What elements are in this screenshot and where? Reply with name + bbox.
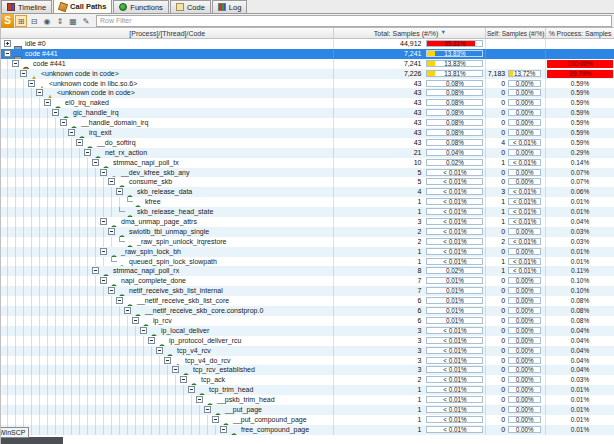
collapse-icon[interactable] bbox=[100, 169, 107, 176]
function-icon bbox=[110, 277, 118, 285]
collapse-icon[interactable] bbox=[108, 178, 115, 185]
tab-call-paths[interactable]: Call Paths bbox=[53, 0, 112, 13]
call-tree-row[interactable]: netif_receive_skb_list_internal70.01%00.… bbox=[1, 286, 614, 296]
call-tree-row[interactable]: code #4417,24113.83%100.00% bbox=[1, 59, 614, 69]
column-header-process-samples[interactable]: % Process: Samples bbox=[546, 28, 614, 38]
call-tree-row[interactable]: __do_softirq430.08%4< 0.01%0.59% bbox=[1, 138, 614, 148]
call-tree-row[interactable]: tcp_rcv_established3< 0.01%00.00%0.04% bbox=[1, 365, 614, 375]
call-tree-row[interactable]: tcp_v4_do_rcv3< 0.01%00.00%0.04% bbox=[1, 356, 614, 366]
call-tree-row[interactable]: tcp_ack2< 0.01%00.00%0.03% bbox=[1, 375, 614, 385]
collapse-all-button[interactable]: ⊟ bbox=[28, 15, 40, 27]
call-tree-row[interactable]: queued_spin_lock_slowpath1< 0.01%1< 0.01… bbox=[1, 257, 614, 267]
call-tree-row[interactable]: __netif_receive_skb_core.constprop.060.0… bbox=[1, 306, 614, 316]
collapse-icon[interactable] bbox=[116, 297, 123, 304]
collapse-icon[interactable] bbox=[188, 386, 195, 393]
collapse-icon[interactable] bbox=[36, 89, 43, 96]
call-tree-row[interactable]: tcp_trim_head1< 0.01%00.00%0.01% bbox=[1, 385, 614, 395]
call-tree-row[interactable]: napi_complete_done70.01%00.00%0.10% bbox=[1, 276, 614, 286]
tree-guide-line bbox=[31, 168, 32, 178]
collapse-icon[interactable] bbox=[92, 267, 99, 274]
collapse-icon[interactable] bbox=[148, 337, 155, 344]
column-header-code[interactable]: [Process]/[Thread]/Code bbox=[1, 28, 334, 38]
collapse-icon[interactable] bbox=[180, 376, 187, 383]
collapse-icon[interactable] bbox=[100, 218, 107, 225]
collapse-icon[interactable] bbox=[28, 80, 35, 87]
call-tree-row[interactable]: code #4417,24113.83% bbox=[1, 49, 614, 59]
call-tree-row[interactable]: idle #044,91285.81% bbox=[1, 39, 614, 49]
call-tree-row[interactable]: __put_compound_page1< 0.01%00.00%0.01% bbox=[1, 415, 614, 425]
call-tree-row[interactable]: irq_exit430.08%00.00%0.59% bbox=[1, 128, 614, 138]
call-tree-row[interactable]: el0_irq_naked430.08%00.00%0.59% bbox=[1, 98, 614, 108]
call-tree-row[interactable]: ip_local_deliver3< 0.01%00.00%0.04% bbox=[1, 326, 614, 336]
call-tree-row[interactable]: <unknown code in libc.so.6>430.08%00.00%… bbox=[1, 79, 614, 89]
collapse-icon[interactable] bbox=[108, 287, 115, 294]
tab-functions[interactable]: Functions bbox=[113, 0, 169, 13]
collapse-icon[interactable] bbox=[60, 119, 67, 126]
tree-guide-line bbox=[15, 326, 16, 336]
call-tree-row[interactable]: gic_handle_irq430.08%00.00%0.59% bbox=[1, 108, 614, 118]
call-tree-row[interactable]: stmmac_napi_poll_rx80.02%1< 0.01%0.11% bbox=[1, 266, 614, 276]
collapse-icon[interactable] bbox=[68, 129, 75, 136]
call-tree-row[interactable]: __put_page1< 0.01%00.00%0.01% bbox=[1, 405, 614, 415]
column-header-self-samples[interactable]: Self: Samples (#/%) bbox=[486, 28, 546, 38]
view-options-button[interactable]: ◉ bbox=[41, 15, 53, 27]
collapse-icon[interactable] bbox=[76, 139, 83, 146]
call-tree-row[interactable]: consume_skb5< 0.01%00.00%0.07% bbox=[1, 177, 614, 187]
collapse-icon[interactable] bbox=[124, 307, 131, 314]
call-tree-row[interactable]: skb_release_data4< 0.01%3< 0.01%0.06% bbox=[1, 187, 614, 197]
columns-button[interactable]: ▦ bbox=[67, 15, 79, 27]
expand-all-button[interactable]: ⊞ bbox=[15, 15, 27, 27]
call-tree-row[interactable]: dma_unmap_page_attrs3< 0.01%1< 0.01%0.04… bbox=[1, 217, 614, 227]
call-tree-row[interactable]: ip_rcv60.01%00.00%0.08% bbox=[1, 316, 614, 326]
collapse-icon[interactable] bbox=[44, 99, 51, 106]
call-tree-row[interactable]: ip_protocol_deliver_rcu3< 0.01%00.00%0.0… bbox=[1, 336, 614, 346]
self-samples-cell: 00.00% bbox=[486, 98, 546, 108]
collapse-icon[interactable] bbox=[140, 327, 147, 334]
tree-guide-line bbox=[79, 385, 80, 395]
collapse-icon[interactable] bbox=[220, 426, 227, 433]
call-tree-row[interactable]: __pskb_trim_head1< 0.01%00.00%0.01% bbox=[1, 395, 614, 405]
row-filter-input[interactable] bbox=[96, 15, 612, 27]
tab-code[interactable]: Code bbox=[170, 0, 211, 13]
call-tree-row[interactable]: _raw_spin_unlock_irqrestore2< 0.01%2< 0.… bbox=[1, 237, 614, 247]
collapse-icon[interactable] bbox=[156, 347, 163, 354]
edit-filter-button[interactable]: ✎ bbox=[80, 15, 92, 27]
call-tree-row[interactable]: <unknown code in code>7,22613.81%7,18313… bbox=[1, 69, 614, 79]
call-tree-row[interactable]: __dev_kfree_skb_any5< 0.01%00.00%0.07% bbox=[1, 168, 614, 178]
collapse-icon[interactable] bbox=[212, 416, 219, 423]
collapse-icon[interactable] bbox=[108, 228, 115, 235]
collapse-icon[interactable] bbox=[164, 357, 171, 364]
tab-log[interactable]: Log bbox=[212, 0, 248, 13]
call-tree-row[interactable]: __handle_domain_irq430.08%00.00%0.59% bbox=[1, 118, 614, 128]
total-samples-cell: 1< 0.01% bbox=[334, 207, 486, 217]
call-tree-row[interactable]: __netif_receive_skb_list_core60.01%00.00… bbox=[1, 296, 614, 306]
collapse-icon[interactable] bbox=[132, 317, 139, 324]
column-header-total-samples[interactable]: Total: Samples (#/%) ▼ bbox=[334, 28, 486, 38]
tree-guide-line bbox=[103, 346, 104, 356]
collapse-icon[interactable] bbox=[52, 109, 59, 116]
collapse-icon[interactable] bbox=[116, 188, 123, 195]
collapse-icon[interactable] bbox=[84, 149, 91, 156]
collapse-icon[interactable] bbox=[100, 248, 107, 255]
call-tree-row[interactable]: stmmac_napi_poll_tx100.02%1< 0.01%0.14% bbox=[1, 158, 614, 168]
call-tree-row[interactable]: net_rx_action210.04%00.00%0.29% bbox=[1, 148, 614, 158]
collapse-icon[interactable] bbox=[172, 366, 179, 373]
fit-vertical-button[interactable]: ⇕ bbox=[54, 15, 66, 27]
call-tree-row[interactable]: _raw_spin_lock_bh1< 0.01%00.00%0.01% bbox=[1, 247, 614, 257]
collapse-icon[interactable] bbox=[12, 60, 19, 67]
call-tree-row[interactable]: free_compound_page1< 0.01%00.00%0.01% bbox=[1, 425, 614, 435]
call-tree-row[interactable]: <unknown code in code>430.08%00.00%0.59% bbox=[1, 88, 614, 98]
collapse-icon[interactable] bbox=[4, 50, 11, 57]
call-tree-row[interactable]: kfree1< 0.01%1< 0.01%0.01% bbox=[1, 197, 614, 207]
call-tree-row[interactable]: swiotlb_tbl_unmap_single2< 0.01%00.00%0.… bbox=[1, 227, 614, 237]
total-percent-label: 0.01% bbox=[427, 288, 482, 293]
call-tree-row[interactable]: tcp_v4_rcv3< 0.01%00.00%0.04% bbox=[1, 346, 614, 356]
call-tree-row[interactable]: skb_release_head_state1< 0.01%1< 0.01%0.… bbox=[1, 207, 614, 217]
collapse-icon[interactable] bbox=[92, 159, 99, 166]
collapse-icon[interactable] bbox=[20, 70, 27, 77]
collapse-icon[interactable] bbox=[196, 396, 203, 403]
collapse-icon[interactable] bbox=[100, 277, 107, 284]
tab-timeline[interactable]: Timeline bbox=[1, 0, 52, 13]
expand-icon[interactable] bbox=[4, 40, 11, 47]
collapse-icon[interactable] bbox=[204, 406, 211, 413]
